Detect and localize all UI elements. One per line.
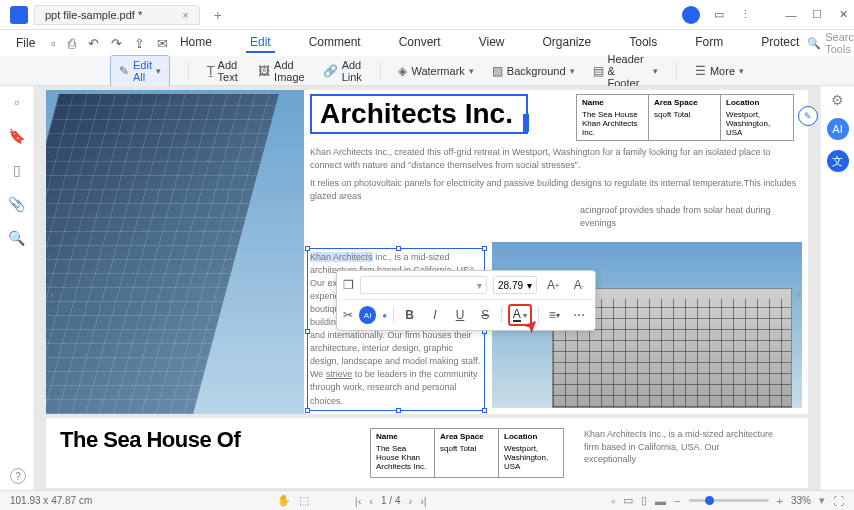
tab-close-icon[interactable]: × — [182, 9, 188, 21]
kebab-menu-icon[interactable]: ⋮ — [738, 8, 752, 22]
first-page-icon[interactable]: |‹ — [355, 495, 362, 507]
font-family-dropdown[interactable]: ▾ — [360, 276, 487, 294]
zoom-level[interactable]: 33% — [791, 495, 811, 506]
info-table: NameThe Sea House Khan Architects Inc. A… — [576, 94, 794, 141]
image-icon: 🖼 — [258, 64, 270, 78]
page-edit-badge[interactable]: ✎ — [798, 106, 818, 126]
view-mode-3-icon[interactable]: ▯ — [641, 494, 647, 507]
print-icon[interactable]: ⎙ — [64, 34, 80, 53]
add-image-button[interactable]: 🖼 Add Image — [258, 59, 305, 83]
watermark-icon: ◈ — [398, 64, 407, 78]
settings-sliders-icon[interactable]: ⚙ — [831, 92, 844, 108]
view-mode-2-icon[interactable]: ▭ — [623, 494, 633, 507]
zoom-thumb[interactable] — [705, 496, 714, 505]
menu-form[interactable]: Form — [691, 33, 727, 53]
menu-organize[interactable]: Organize — [539, 33, 596, 53]
bookmarks-icon[interactable]: 🔖 — [8, 128, 25, 144]
selection-handle[interactable] — [396, 408, 401, 413]
close-window-button[interactable]: ✕ — [836, 8, 850, 22]
view-mode-1-icon[interactable]: ▫ — [611, 495, 615, 507]
save-icon[interactable]: ▫ — [47, 34, 60, 53]
cut-icon[interactable]: ✂ — [343, 308, 353, 322]
text-icon: Ṯ — [207, 64, 214, 78]
document-tab[interactable]: ppt file-sample.pdf * × — [34, 5, 200, 25]
user-avatar[interactable] — [682, 6, 700, 24]
page-indicator[interactable]: 1 / 4 — [381, 495, 400, 506]
italic-button[interactable]: I — [425, 305, 444, 325]
translate-icon[interactable]: 文 — [827, 150, 849, 172]
tab-add-button[interactable]: + — [208, 5, 228, 25]
more-icon: ☰ — [695, 64, 706, 78]
hand-tool-icon[interactable]: ✋ — [277, 494, 291, 507]
view-mode-4-icon[interactable]: ▬ — [655, 495, 666, 507]
watermark-button[interactable]: ◈ Watermark ▾ — [398, 64, 473, 78]
paragraph-1[interactable]: Khan Architects Inc., created this off-g… — [310, 146, 802, 171]
last-page-icon[interactable]: ›| — [420, 495, 427, 507]
page2-info-table: NameThe Sea House Khan Architects Inc. A… — [370, 428, 564, 478]
selection-handle[interactable] — [305, 329, 310, 334]
page2-text[interactable]: Khan Architects Inc., is a mid-sized arc… — [584, 428, 774, 478]
edit-all-button[interactable]: ✎ Edit All ▾ — [110, 55, 170, 87]
add-link-button[interactable]: 🔗 Add Link — [323, 59, 362, 83]
menu-convert[interactable]: Convert — [395, 33, 445, 53]
more-options-button[interactable]: ⋯ — [570, 305, 589, 325]
background-button[interactable]: ▨ Background ▾ — [492, 64, 575, 78]
next-page-nav-icon[interactable]: › — [796, 288, 800, 300]
redo-icon[interactable]: ↷ — [107, 34, 126, 53]
chevron-down-icon[interactable]: ▾ — [819, 494, 825, 507]
comments-icon[interactable]: ▯ — [13, 162, 21, 178]
paragraph-2[interactable]: It relies on photovoltaic panels for ele… — [310, 177, 802, 202]
selection-handle[interactable] — [482, 246, 487, 251]
zoom-slider[interactable] — [689, 499, 769, 502]
selection-handle[interactable] — [305, 408, 310, 413]
selection-handle[interactable] — [305, 246, 310, 251]
increase-font-icon[interactable]: A+ — [543, 275, 563, 295]
menu-view[interactable]: View — [475, 33, 509, 53]
thumbnails-icon[interactable]: ▫ — [14, 94, 19, 110]
page2-title[interactable]: The Sea House Of — [60, 428, 350, 478]
extra-menu-icon[interactable]: ▭ — [712, 8, 726, 22]
separator — [380, 62, 381, 80]
align-button[interactable]: ≡▾ — [545, 305, 564, 325]
copy-icon[interactable]: ❐ — [343, 278, 354, 292]
attachments-icon[interactable]: 📎 — [8, 196, 25, 212]
mail-icon[interactable]: ✉ — [153, 34, 172, 53]
underline-button[interactable]: U — [450, 305, 469, 325]
undo-icon[interactable]: ↶ — [84, 34, 103, 53]
ai-button[interactable]: AI — [359, 306, 376, 324]
underlined-text: strieve — [326, 369, 353, 379]
fullscreen-icon[interactable]: ⛶ — [833, 495, 844, 507]
paragraph-3[interactable]: acingroof provides shade from solar heat… — [310, 204, 802, 229]
menu-comment[interactable]: Comment — [305, 33, 365, 53]
zoom-in-icon[interactable]: + — [777, 495, 783, 507]
search-panel-icon[interactable]: 🔍 — [8, 230, 25, 246]
help-button[interactable]: ? — [10, 468, 26, 484]
more-label: More — [710, 65, 735, 77]
menu-tools[interactable]: Tools — [625, 33, 661, 53]
minimize-button[interactable]: — — [784, 8, 798, 22]
strikethrough-button[interactable]: S — [476, 305, 495, 325]
link-icon: 🔗 — [323, 64, 338, 78]
prev-page-nav-icon[interactable]: ‹ — [50, 288, 54, 300]
font-size-input[interactable]: 28.79▾ — [493, 276, 537, 294]
next-page-icon[interactable]: › — [408, 495, 412, 507]
header-footer-button[interactable]: ▤ Header & Footer ▾ — [593, 53, 659, 89]
title-text-box[interactable]: Architects Inc. — [310, 94, 528, 134]
share-icon[interactable]: ⇪ — [130, 34, 149, 53]
selection-handle[interactable] — [482, 408, 487, 413]
add-text-button[interactable]: Ṯ Add Text — [207, 59, 240, 83]
maximize-button[interactable]: ☐ — [810, 8, 824, 22]
bold-button[interactable]: B — [400, 305, 419, 325]
menu-edit[interactable]: Edit — [246, 33, 275, 53]
ai-panel-icon[interactable]: AI — [827, 118, 849, 140]
file-menu[interactable]: File — [8, 34, 43, 52]
decrease-font-icon[interactable]: A- — [569, 275, 589, 295]
search-tools[interactable]: 🔍 Search Tools — [807, 31, 854, 55]
more-button[interactable]: ☰ More ▾ — [695, 64, 744, 78]
menu-protect[interactable]: Protect — [757, 33, 803, 53]
selection-handle[interactable] — [396, 246, 401, 251]
zoom-out-icon[interactable]: − — [674, 495, 680, 507]
menu-home[interactable]: Home — [176, 33, 216, 53]
prev-page-icon[interactable]: ‹ — [369, 495, 373, 507]
select-tool-icon[interactable]: ⬚ — [299, 494, 309, 507]
